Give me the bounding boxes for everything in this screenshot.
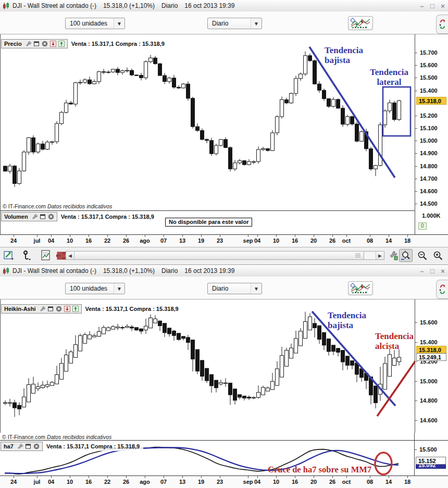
move-down-icon[interactable] [50, 41, 56, 47]
chart-style-button[interactable] [348, 16, 373, 30]
chart-scrollbar[interactable]: ◀ ▶ [66, 251, 384, 260]
x-axis[interactable]: 24jul0410162226ago07131923sep0410162026o… [0, 234, 448, 247]
minimize-button[interactable]: – [417, 2, 427, 10]
units-dropdown[interactable]: 100 unidades ▼ [65, 283, 125, 294]
minimize-button[interactable]: – [417, 267, 427, 275]
annotation-tendencia-alcista[interactable]: Tendencia alcista [375, 331, 414, 351]
pointer-tool-icon[interactable] [21, 250, 32, 261]
zoom-fit-button[interactable] [399, 249, 413, 262]
trendline-alcista[interactable] [377, 358, 415, 416]
period-dropdown[interactable]: Diario ▼ [207, 18, 262, 29]
wrench-icon[interactable] [39, 306, 45, 312]
side-panel-tab[interactable] [436, 15, 448, 34]
maximize-button[interactable]: □ [427, 2, 438, 10]
x-tick-mark [389, 476, 389, 478]
y-tick-label: 14.800 [415, 162, 438, 170]
chevron-down-icon: ▼ [251, 283, 262, 294]
x-tick-mark [314, 235, 314, 237]
volume-panel-header: Volumen Venta : 15.317,1 Compra : 15.318… [1, 212, 158, 221]
panel-label: Heikin-Ashi [4, 306, 36, 312]
window-icon[interactable] [33, 41, 40, 47]
chart-style-button[interactable] [348, 281, 373, 295]
annotation-tendencia-bajista[interactable]: Tendencia bajista [328, 310, 366, 330]
chevron-down-icon: ▼ [251, 18, 262, 29]
x-tick-mark [145, 235, 145, 237]
move-up-icon[interactable] [72, 306, 79, 312]
scrollbar-rail[interactable] [74, 252, 376, 259]
zoom-out-button[interactable] [416, 249, 429, 262]
streaming-arrows-icon [439, 19, 446, 30]
axis-settings-icon[interactable] [388, 250, 399, 261]
close-button[interactable]: × [438, 2, 448, 10]
zoom-fit-icon [401, 251, 411, 261]
side-panel-tab[interactable] [436, 280, 448, 299]
last-price-label: 15.318,0 [416, 346, 446, 354]
bottom-toolbar: ◀ ▶ [0, 247, 448, 264]
titlebar[interactable]: DJI - Wall Street al contado (-) 15.318,… [0, 0, 448, 12]
x-tick-mark [164, 476, 164, 478]
close-panel-icon[interactable] [48, 214, 54, 220]
panel-label: Volumen [4, 214, 28, 220]
panel-divider[interactable] [1, 210, 415, 211]
x-tick-label: 08 [363, 479, 377, 485]
draw-export-icon[interactable] [4, 250, 15, 261]
copyright-text: © IT-Finance.com [2, 434, 45, 440]
scroll-right-button[interactable]: ▶ [376, 252, 384, 259]
x-axis[interactable]: 24jul0410162226ago07131923sep0410162026o… [0, 476, 448, 488]
scroll-left-button[interactable]: ◀ [66, 252, 74, 259]
move-down-icon[interactable] [64, 306, 70, 312]
x-tick-mark [70, 476, 70, 478]
move-up-icon[interactable] [58, 41, 65, 47]
trendline-bajista[interactable] [309, 47, 395, 178]
annotation-cruce-ha7[interactable]: Cruce de ha7 sobre su MM7 [268, 465, 371, 475]
zoom-in-icon [433, 251, 443, 261]
x-tick-mark [407, 476, 408, 478]
close-button[interactable]: × [438, 267, 448, 275]
x-tick-label: 22 [100, 237, 115, 244]
ha7-panel: ha7 Venta : 15.317,1 Compra : 15.318,9 C… [0, 440, 448, 476]
close-panel-icon[interactable] [56, 306, 62, 312]
x-tick-mark [248, 235, 248, 237]
chart-style-icon [350, 283, 371, 294]
x-tick-label: 13 [175, 237, 190, 244]
wrench-icon[interactable] [25, 41, 31, 47]
units-dropdown[interactable]: 100 unidades ▼ [65, 18, 125, 29]
x-tick-label: 04 [44, 479, 58, 485]
x-tick-mark [126, 235, 127, 237]
x-tick-label: 14 [381, 479, 396, 485]
panel-label: Precio [4, 41, 22, 47]
window-icon[interactable] [47, 306, 54, 312]
window-icon[interactable] [40, 214, 46, 220]
x-tick-label: 16 [288, 237, 302, 244]
wrench-icon[interactable] [31, 214, 38, 220]
zoom-out-icon [417, 251, 428, 261]
x-tick-label: 10 [63, 237, 77, 244]
annotation-tendencia-bajista[interactable]: Tendencia bajista [325, 45, 363, 65]
window-title: DJI - Wall Street al contado (-) [13, 2, 96, 9]
window-icon[interactable] [25, 443, 31, 449]
y-tick-label: 15.000 [415, 137, 438, 144]
wrench-icon[interactable] [17, 443, 23, 449]
close-panel-icon[interactable] [33, 443, 40, 449]
x-tick-mark [295, 235, 295, 237]
scrollbar-thumb[interactable] [74, 252, 364, 259]
chart-style-icon [350, 18, 371, 29]
report-document-icon[interactable] [41, 250, 52, 261]
close-panel-icon[interactable] [42, 41, 48, 47]
titlebar[interactable]: DJI - Wall Street al contado (-) 15.318,… [0, 265, 448, 277]
price-panel-titlebar: Precio [1, 39, 68, 48]
x-tick-label: 24 [6, 479, 21, 485]
y-tick-label: 15.400 [415, 87, 438, 94]
volume-axis-zero: 0 [418, 222, 427, 230]
maximize-button[interactable]: □ [427, 267, 438, 275]
copyright-text: © IT-Finance.com [3, 203, 46, 209]
heikin-y-axis: 15.318,0 15.249,1 15.60015.40015.20015.0… [415, 299, 448, 433]
x-tick-mark [346, 476, 347, 478]
x-tick-label: 19 [194, 237, 208, 244]
x-tick-label: 26 [119, 237, 133, 244]
x-tick-mark [14, 476, 14, 478]
zoom-in-button[interactable] [431, 249, 445, 262]
period-dropdown[interactable]: Diario ▼ [207, 283, 262, 294]
cross-circle-annotation[interactable] [375, 453, 392, 474]
annotation-tendencia-lateral[interactable]: Tendencia lateral [365, 67, 413, 87]
